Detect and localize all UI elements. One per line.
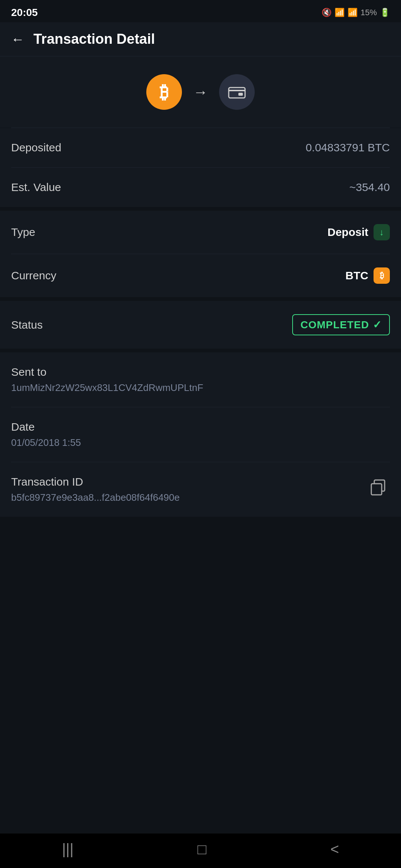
sent-to-label: Sent to (11, 366, 390, 378)
txid-label: Transaction ID (11, 476, 180, 488)
status-checkmark-icon: ✓ (373, 319, 382, 331)
currency-value-wrapper: BTC ₿ (345, 267, 390, 284)
est-value-amount: ~354.40 (349, 181, 390, 194)
type-value: Deposit (327, 226, 368, 239)
page-header: ← Transaction Detail (0, 22, 401, 56)
battery-level: 15% (361, 8, 377, 17)
deposited-value: 0.04833791 BTC (306, 141, 390, 154)
svg-rect-0 (229, 88, 245, 98)
svg-rect-4 (371, 484, 382, 495)
signal-icon: 📶 (348, 8, 358, 17)
back-button[interactable]: ← (11, 32, 25, 47)
copy-button[interactable] (366, 476, 390, 499)
deposited-label: Deposited (11, 141, 61, 154)
section-divider-1 (0, 207, 401, 211)
section-divider-3 (0, 349, 401, 352)
details-section: Sent to 1umMizNr2zW25wx83L1CV4ZdRwmUPLtn… (0, 352, 401, 517)
status-badge: COMPLETED ✓ (292, 314, 390, 335)
nav-back-button[interactable]: < (330, 841, 339, 858)
direction-arrow-icon: → (193, 84, 208, 101)
status-section: Status COMPLETED ✓ (0, 301, 401, 349)
sent-to-row: Sent to 1umMizNr2zW25wx83L1CV4ZdRwmUPLtn… (11, 352, 390, 407)
status-time: 20:05 (11, 7, 38, 19)
copy-icon (370, 479, 386, 496)
wallet-icon-circle (219, 74, 255, 110)
currency-value: BTC (345, 269, 368, 282)
date-row: Date 01/05/2018 1:55 (11, 407, 390, 462)
bitcoin-icon-circle: ₿ (146, 74, 182, 110)
type-label: Type (11, 226, 35, 239)
page-title: Transaction Detail (33, 31, 155, 47)
svg-rect-2 (238, 93, 243, 96)
transaction-id-row: Transaction ID b5fc89737e9e3aa8...f2abe0… (11, 462, 390, 517)
type-value-wrapper: Deposit ↓ (327, 224, 390, 240)
status-value: COMPLETED (300, 319, 369, 331)
type-currency-section: Type Deposit ↓ Currency BTC ₿ (0, 211, 401, 297)
status-label: Status (11, 319, 43, 331)
navigation-bar: ||| □ < (0, 834, 401, 868)
date-label: Date (11, 421, 390, 433)
txid-value: b5fc89737e9e3aa8...f2abe08f64f6490e (11, 492, 180, 503)
date-value: 01/05/2018 1:55 (11, 437, 390, 448)
btc-mini-symbol: ₿ (380, 271, 384, 280)
transaction-icons-row: ₿ → (0, 56, 401, 128)
status-row: Status COMPLETED ✓ (11, 301, 390, 349)
currency-label: Currency (11, 269, 56, 282)
nav-home-button[interactable]: □ (198, 841, 206, 858)
mute-icon: 🔇 (322, 8, 332, 17)
btc-symbol: ₿ (160, 82, 169, 102)
amount-section: Deposited 0.04833791 BTC Est. Value ~354… (0, 128, 401, 207)
type-row: Type Deposit ↓ (11, 211, 390, 254)
txid-row-header: Transaction ID b5fc89737e9e3aa8...f2abe0… (11, 476, 390, 503)
status-bar: 20:05 🔇 📶 📶 15% 🔋 (0, 0, 401, 22)
est-value-label: Est. Value (11, 181, 61, 194)
deposit-arrow-badge: ↓ (374, 224, 390, 240)
status-icons: 🔇 📶 📶 15% 🔋 (322, 8, 390, 17)
sent-to-address: 1umMizNr2zW25wx83L1CV4ZdRwmUPLtnF (11, 382, 390, 394)
currency-row: Currency BTC ₿ (11, 254, 390, 297)
wifi-icon: 📶 (335, 8, 345, 17)
nav-menu-button[interactable]: ||| (62, 841, 74, 858)
svg-rect-1 (229, 90, 245, 91)
deposit-arrow-icon: ↓ (379, 227, 384, 237)
section-divider-2 (0, 297, 401, 301)
deposited-row: Deposited 0.04833791 BTC (11, 128, 390, 168)
est-value-row: Est. Value ~354.40 (11, 168, 390, 207)
battery-icon: 🔋 (380, 8, 390, 17)
txid-label-wrapper: Transaction ID b5fc89737e9e3aa8...f2abe0… (11, 476, 180, 503)
btc-mini-icon: ₿ (374, 267, 390, 284)
